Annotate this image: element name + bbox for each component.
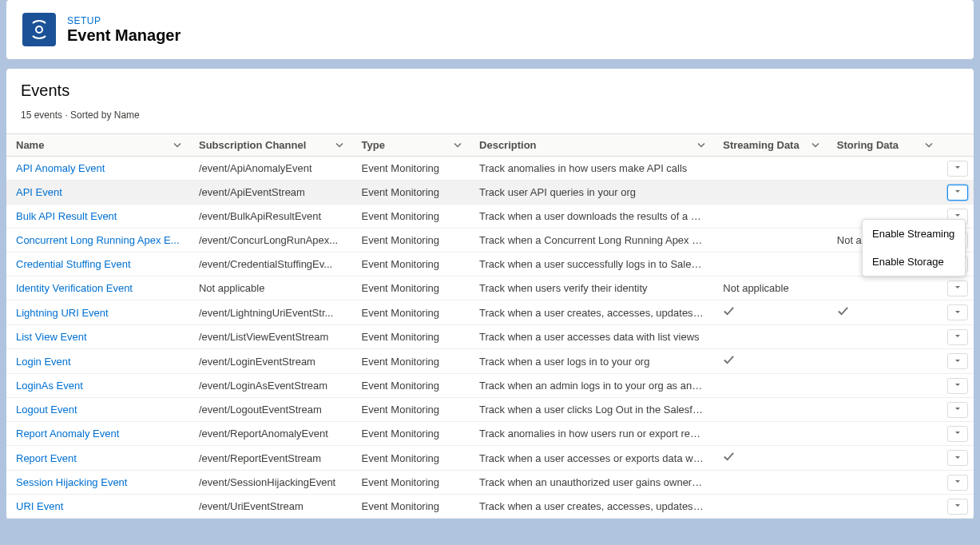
col-header-subscription-label: Subscription Channel	[199, 139, 306, 151]
cell-storing	[827, 276, 941, 300]
cell-type: Event Monitoring	[351, 495, 470, 519]
cell-name: URI Event	[6, 495, 189, 519]
cell-actions	[941, 495, 974, 519]
table-row: Credential Stuffing Event/event/Credenti…	[6, 253, 974, 276]
event-name-link[interactable]: Report Event	[16, 452, 77, 464]
col-header-streaming[interactable]: Streaming Data	[713, 134, 827, 157]
cell-actions	[941, 398, 974, 422]
cell-description: Track when a user accesses data with lis…	[470, 325, 713, 349]
row-action-button[interactable]	[947, 161, 968, 177]
col-header-name[interactable]: Name	[6, 134, 189, 157]
table-row: Bulk API Result Event/event/BulkApiResul…	[6, 205, 974, 229]
chevron-down-icon[interactable]	[454, 139, 462, 151]
col-header-description-label: Description	[479, 139, 537, 151]
svg-point-0	[36, 26, 42, 33]
cell-streaming	[713, 181, 827, 205]
cell-description: Track when a user logs in to your org	[470, 349, 713, 374]
row-action-button[interactable]	[947, 499, 968, 515]
chevron-down-icon[interactable]	[173, 139, 181, 151]
col-header-type[interactable]: Type	[351, 134, 470, 157]
cell-subscription: /event/ReportEventStream	[189, 446, 352, 471]
event-name-link[interactable]: Credential Stuffing Event	[16, 258, 131, 270]
chevron-down-icon[interactable]	[697, 139, 705, 151]
row-action-button[interactable]	[947, 329, 968, 345]
event-name-link[interactable]: Identity Verification Event	[16, 282, 133, 294]
cell-streaming	[713, 446, 827, 471]
event-count: 15 events	[21, 109, 62, 121]
cell-actions	[941, 276, 974, 300]
chevron-down-icon[interactable]	[335, 139, 343, 151]
chevron-down-icon[interactable]	[811, 139, 819, 151]
cell-description: Track when a user creates, accesses, upd…	[470, 495, 713, 519]
event-name-link[interactable]: Login Event	[16, 356, 71, 368]
event-name-link[interactable]: Concurrent Long Running Apex E...	[16, 234, 180, 246]
event-name-link[interactable]: Logout Event	[16, 404, 77, 416]
event-name-link[interactable]: LoginAs Event	[16, 380, 83, 392]
cell-streaming	[713, 398, 827, 422]
chevron-down-icon	[954, 186, 962, 198]
cell-type: Event Monitoring	[351, 181, 470, 205]
row-action-button[interactable]	[947, 304, 968, 320]
col-header-description[interactable]: Description	[470, 134, 713, 157]
event-name-link[interactable]: List View Event	[16, 331, 87, 343]
cell-name: Concurrent Long Running Apex E...	[6, 229, 189, 253]
event-name-link[interactable]: Session Hijacking Event	[16, 476, 127, 488]
cell-description: Track when a user downloads the results …	[470, 205, 713, 229]
cell-actions	[941, 300, 974, 325]
cell-name: List View Event	[6, 325, 189, 349]
cell-description: Track when a user successfully logs in t…	[470, 253, 713, 276]
cell-type: Event Monitoring	[351, 325, 470, 349]
row-action-button[interactable]	[947, 185, 968, 201]
cell-streaming	[713, 157, 827, 181]
row-action-button[interactable]	[947, 378, 968, 394]
row-action-button[interactable]	[947, 353, 968, 369]
cell-streaming	[713, 253, 827, 276]
chevron-down-icon	[954, 428, 962, 440]
event-name-link[interactable]: URI Event	[16, 500, 63, 512]
cell-description: Track anomalies in how users run or expo…	[470, 422, 713, 446]
menu-enable-streaming[interactable]: Enable Streaming	[863, 220, 965, 248]
col-header-subscription[interactable]: Subscription Channel	[189, 134, 352, 157]
cell-type: Event Monitoring	[351, 422, 470, 446]
event-name-link[interactable]: Report Anomaly Event	[16, 428, 119, 440]
cell-streaming	[713, 374, 827, 398]
cell-type: Event Monitoring	[351, 229, 470, 253]
row-action-button[interactable]	[947, 402, 968, 418]
cell-subscription: /event/SessionHijackingEvent	[189, 471, 352, 495]
cell-subscription: /event/LoginEventStream	[189, 349, 352, 374]
check-icon	[723, 452, 735, 465]
table-row: API Event/event/ApiEventStreamEvent Moni…	[6, 181, 974, 205]
cell-actions	[941, 181, 974, 205]
cell-storing	[827, 300, 941, 325]
cell-streaming: Not applicable	[713, 276, 827, 300]
cell-description: Track anomalies in how users make API ca…	[470, 157, 713, 181]
row-action-button[interactable]	[947, 426, 968, 442]
cell-name: Identity Verification Event	[6, 276, 189, 300]
cell-subscription: /event/CredentialStuffingEv...	[189, 253, 352, 276]
cell-name: Login Event	[6, 349, 189, 374]
row-action-button[interactable]	[947, 280, 968, 296]
section-subtitle: 15 events · Sorted by Name	[21, 109, 959, 121]
cell-description: Track when users verify their identity	[470, 276, 713, 300]
cell-actions	[941, 422, 974, 446]
cell-subscription: Not applicable	[189, 276, 352, 300]
sort-indicator: Sorted by Name	[70, 109, 140, 121]
cell-name: Report Event	[6, 446, 189, 471]
row-action-button[interactable]	[947, 450, 968, 466]
cell-storing	[827, 181, 941, 205]
cell-actions	[941, 157, 974, 181]
menu-enable-storage[interactable]: Enable Storage	[863, 248, 965, 276]
cell-name: Session Hijacking Event	[6, 471, 189, 495]
event-name-link[interactable]: Bulk API Result Event	[16, 210, 117, 222]
table-row: Lightning URI Event/event/LightningUriEv…	[6, 300, 974, 325]
col-header-streaming-label: Streaming Data	[723, 139, 799, 151]
cell-subscription: /event/BulkApiResultEvent	[189, 205, 352, 229]
event-name-link[interactable]: Lightning URI Event	[16, 307, 109, 319]
col-header-storing[interactable]: Storing Data	[827, 134, 941, 157]
chevron-down-icon[interactable]	[925, 139, 933, 151]
event-name-link[interactable]: API Event	[16, 186, 62, 198]
row-action-button[interactable]	[947, 475, 968, 491]
table-row: Session Hijacking Event/event/SessionHij…	[6, 471, 974, 495]
cell-storing	[827, 422, 941, 446]
event-name-link[interactable]: API Anomaly Event	[16, 162, 105, 174]
